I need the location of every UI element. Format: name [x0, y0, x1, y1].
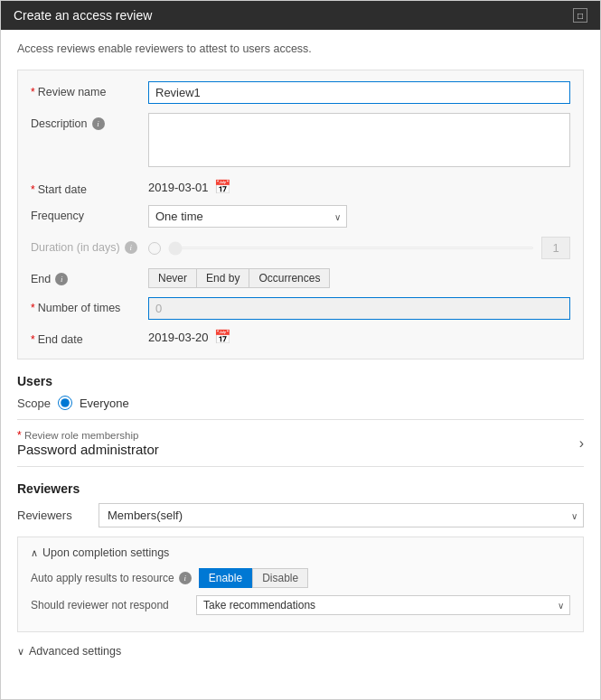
frequency-control: One time Weekly Monthly Quarterly Annual… — [148, 205, 570, 228]
auto-apply-info-icon: i — [179, 572, 192, 584]
end-date-label: * End date — [31, 329, 148, 346]
end-occurrences-button[interactable]: Occurrences — [249, 268, 330, 288]
end-label: End i — [31, 268, 148, 285]
advanced-chevron-icon: ∨ — [17, 646, 24, 658]
start-date-value: 2019-03-01 — [148, 181, 209, 194]
end-never-button[interactable]: Never — [148, 268, 196, 288]
end-endby-button[interactable]: End by — [196, 268, 249, 288]
review-role-content: * Review role membership Password admini… — [17, 429, 159, 457]
not-respond-row: Should reviewer not respond Take recomme… — [31, 595, 570, 615]
completion-chevron-icon: ∧ — [31, 547, 38, 559]
reviewers-section: Reviewers Reviewers Members(self) Select… — [17, 481, 584, 658]
duration-label: Duration (in days) i — [31, 237, 148, 254]
description-label: Description i — [31, 113, 148, 130]
duration-control — [148, 237, 570, 259]
main-form-section: * Review name Description i — [17, 70, 584, 359]
frequency-select[interactable]: One time Weekly Monthly Quarterly Annual… — [148, 205, 347, 228]
auto-apply-row: Auto apply results to resource i Enable … — [31, 568, 570, 588]
not-respond-label: Should reviewer not respond — [31, 599, 189, 611]
review-name-label: * Review name — [31, 81, 148, 98]
not-respond-select[interactable]: Take recommendations Approve access Deny… — [196, 595, 570, 615]
end-control: Never End by Occurrences — [148, 268, 570, 288]
reviewers-select-wrapper: Members(self) Selected users Managers ∨ — [99, 503, 584, 527]
users-heading: Users — [17, 374, 584, 388]
subtitle-text: Access reviews enable reviewers to attes… — [17, 42, 584, 55]
start-date-label: * Start date — [31, 179, 148, 196]
scope-everyone-radio[interactable] — [58, 396, 72, 410]
description-textarea[interactable] — [148, 113, 570, 167]
end-date-required-star: * — [31, 333, 35, 346]
minimize-button[interactable]: □ — [573, 8, 587, 23]
advanced-settings-header[interactable]: ∨ Advanced settings — [17, 639, 584, 658]
start-date-control: 2019-03-01 📅 — [148, 179, 570, 195]
end-date-control: 2019-03-20 📅 — [148, 329, 570, 345]
end-info-icon: i — [55, 273, 68, 285]
end-button-group: Never End by Occurrences — [148, 268, 570, 288]
number-of-times-label: * Number of times — [31, 297, 148, 314]
reviewers-label: Reviewers — [17, 509, 89, 522]
review-role-value: Password administrator — [17, 442, 159, 457]
required-star: * — [31, 86, 35, 98]
duration-slider[interactable] — [168, 247, 534, 249]
completion-header-label: Upon completion settings — [42, 546, 169, 559]
frequency-select-wrapper: One time Weekly Monthly Quarterly Annual… — [148, 205, 347, 228]
review-name-row: * Review name — [31, 81, 570, 104]
completion-header[interactable]: ∧ Upon completion settings — [31, 546, 570, 559]
review-role-chevron-icon: › — [579, 435, 584, 452]
auto-apply-label: Auto apply results to resource i — [31, 572, 192, 584]
description-info-icon: i — [92, 117, 105, 130]
start-date-row: * Start date 2019-03-01 📅 — [31, 179, 570, 196]
number-of-times-row: * Number of times — [31, 297, 570, 320]
duration-row: Duration (in days) i — [31, 237, 570, 259]
scope-row: Scope Everyone — [17, 396, 584, 410]
auto-apply-disable-button[interactable]: Disable — [252, 568, 308, 588]
reviewers-heading: Reviewers — [17, 481, 584, 496]
duration-value-input — [541, 237, 570, 259]
auto-apply-toggle-group: Enable Disable — [199, 568, 308, 588]
start-date-calendar-icon[interactable]: 📅 — [214, 179, 231, 195]
end-row: End i Never End by Occurrences — [31, 268, 570, 288]
scope-label: Scope — [17, 397, 51, 410]
duration-radio[interactable] — [148, 242, 161, 255]
duration-info-icon: i — [125, 241, 137, 254]
reviewers-row: Reviewers Members(self) Selected users M… — [17, 503, 584, 527]
review-role-row[interactable]: * Review role membership Password admini… — [17, 419, 584, 467]
advanced-settings-label: Advanced settings — [29, 645, 121, 658]
description-control — [148, 113, 570, 170]
end-date-row: * End date 2019-03-20 📅 — [31, 329, 570, 346]
scope-everyone-label: Everyone — [80, 397, 129, 410]
frequency-row: Frequency One time Weekly Monthly Quarte… — [31, 205, 570, 228]
users-section: Users Scope Everyone — [17, 374, 584, 410]
auto-apply-enable-button[interactable]: Enable — [199, 568, 252, 588]
end-date-value: 2019-03-20 — [148, 331, 209, 344]
access-review-window: Create an access review □ Access reviews… — [0, 0, 601, 700]
review-name-control — [148, 81, 570, 104]
frequency-label: Frequency — [31, 205, 148, 222]
reviewers-select[interactable]: Members(self) Selected users Managers — [99, 503, 584, 527]
end-date-calendar-icon[interactable]: 📅 — [214, 329, 231, 345]
completion-section: ∧ Upon completion settings Auto apply re… — [17, 537, 584, 632]
number-of-times-control — [148, 297, 570, 320]
not-respond-select-wrapper: Take recommendations Approve access Deny… — [196, 595, 570, 615]
description-row: Description i — [31, 113, 570, 170]
start-required-star: * — [31, 183, 35, 196]
times-required-star: * — [31, 302, 35, 314]
review-role-sublabel: * Review role membership — [17, 429, 159, 442]
number-of-times-input[interactable] — [148, 297, 570, 320]
window-title: Create an access review — [14, 8, 152, 23]
title-bar-controls: □ — [573, 8, 587, 23]
content-area: Access reviews enable reviewers to attes… — [1, 30, 600, 699]
review-name-input[interactable] — [148, 81, 570, 104]
title-bar: Create an access review □ — [1, 1, 600, 30]
